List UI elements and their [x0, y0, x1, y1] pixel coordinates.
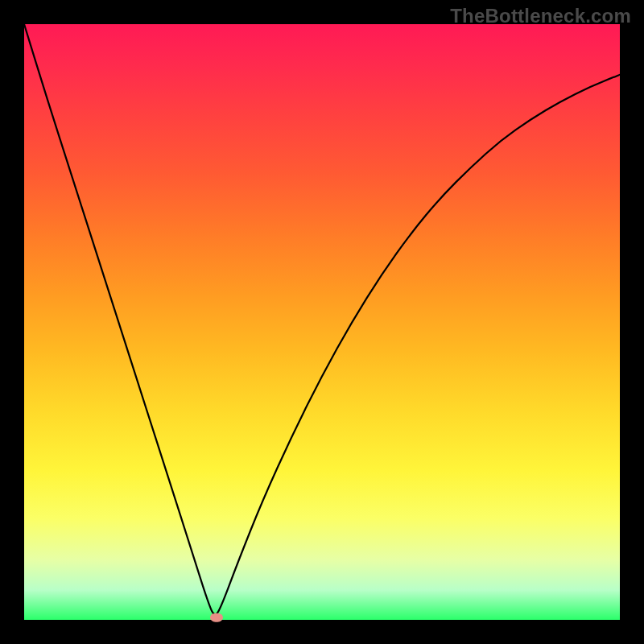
chart-frame: TheBottleneck.com: [0, 0, 644, 644]
curve-svg: [24, 24, 620, 620]
watermark-text: TheBottleneck.com: [450, 5, 631, 27]
dip-marker: [210, 613, 223, 622]
bottleneck-curve: [24, 24, 620, 614]
plot-area: [24, 24, 620, 620]
